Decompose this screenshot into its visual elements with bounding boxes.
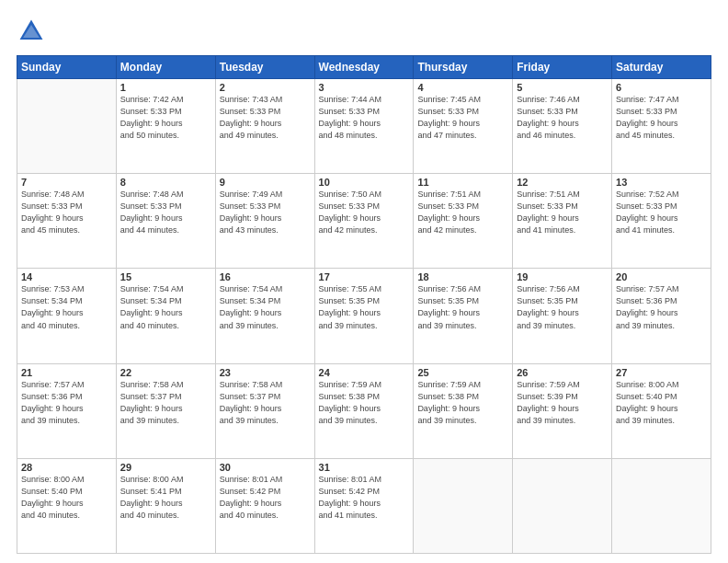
day-info: Sunrise: 7:48 AMSunset: 5:33 PMDaylight:… <box>21 189 112 236</box>
day-cell <box>414 458 513 553</box>
day-cell: 30Sunrise: 8:01 AMSunset: 5:42 PMDayligh… <box>215 458 314 553</box>
page: SundayMondayTuesdayWednesdayThursdayFrid… <box>0 0 728 563</box>
day-cell: 4Sunrise: 7:45 AMSunset: 5:33 PMDaylight… <box>414 79 513 174</box>
day-number: 3 <box>319 82 410 93</box>
day-info: Sunrise: 7:44 AMSunset: 5:33 PMDaylight:… <box>319 94 410 142</box>
day-header-monday: Monday <box>116 56 215 79</box>
day-number: 7 <box>21 177 112 188</box>
day-cell: 22Sunrise: 7:58 AMSunset: 5:37 PMDayligh… <box>116 363 215 458</box>
day-info: Sunrise: 7:59 AMSunset: 5:38 PMDaylight:… <box>319 379 410 427</box>
day-info: Sunrise: 8:01 AMSunset: 5:42 PMDaylight:… <box>220 474 311 522</box>
day-info: Sunrise: 7:45 AMSunset: 5:33 PMDaylight:… <box>417 94 508 142</box>
day-cell: 31Sunrise: 8:01 AMSunset: 5:42 PMDayligh… <box>314 458 414 553</box>
day-number: 8 <box>120 177 211 188</box>
day-number: 28 <box>21 462 112 473</box>
day-info: Sunrise: 7:46 AMSunset: 5:33 PMDaylight:… <box>517 94 608 142</box>
day-number: 30 <box>220 462 311 473</box>
day-cell: 18Sunrise: 7:56 AMSunset: 5:35 PMDayligh… <box>414 269 513 363</box>
day-number: 15 <box>120 271 211 282</box>
week-row-4: 21Sunrise: 7:57 AMSunset: 5:36 PMDayligh… <box>17 363 711 458</box>
week-row-5: 28Sunrise: 8:00 AMSunset: 5:40 PMDayligh… <box>17 458 711 553</box>
day-cell: 9Sunrise: 7:49 AMSunset: 5:33 PMDaylight… <box>215 174 314 269</box>
header <box>17 17 711 46</box>
day-cell: 3Sunrise: 7:44 AMSunset: 5:33 PMDaylight… <box>314 79 414 174</box>
day-number: 16 <box>220 271 311 282</box>
day-cell: 5Sunrise: 7:46 AMSunset: 5:33 PMDaylight… <box>513 79 612 174</box>
day-info: Sunrise: 8:00 AMSunset: 5:41 PMDaylight:… <box>120 474 211 522</box>
day-cell: 24Sunrise: 7:59 AMSunset: 5:38 PMDayligh… <box>314 363 414 458</box>
day-cell: 10Sunrise: 7:50 AMSunset: 5:33 PMDayligh… <box>314 174 414 269</box>
day-number: 25 <box>417 367 508 378</box>
day-number: 14 <box>21 271 112 282</box>
day-info: Sunrise: 8:00 AMSunset: 5:40 PMDaylight:… <box>21 474 112 522</box>
day-number: 18 <box>417 271 508 282</box>
day-cell: 21Sunrise: 7:57 AMSunset: 5:36 PMDayligh… <box>17 363 117 458</box>
day-info: Sunrise: 7:51 AMSunset: 5:33 PMDaylight:… <box>517 189 608 236</box>
day-number: 5 <box>517 82 608 93</box>
day-number: 17 <box>319 271 410 282</box>
day-cell: 13Sunrise: 7:52 AMSunset: 5:33 PMDayligh… <box>612 174 711 269</box>
day-number: 13 <box>616 177 707 188</box>
day-info: Sunrise: 7:54 AMSunset: 5:34 PMDaylight:… <box>120 283 211 331</box>
day-number: 12 <box>517 177 608 188</box>
day-info: Sunrise: 7:59 AMSunset: 5:38 PMDaylight:… <box>417 379 508 427</box>
day-info: Sunrise: 7:43 AMSunset: 5:33 PMDaylight:… <box>220 94 311 142</box>
day-number: 19 <box>517 271 608 282</box>
day-cell: 6Sunrise: 7:47 AMSunset: 5:33 PMDaylight… <box>612 79 711 174</box>
day-cell: 20Sunrise: 7:57 AMSunset: 5:36 PMDayligh… <box>612 269 711 363</box>
day-info: Sunrise: 7:50 AMSunset: 5:33 PMDaylight:… <box>319 189 410 236</box>
day-info: Sunrise: 7:51 AMSunset: 5:33 PMDaylight:… <box>417 189 508 236</box>
day-number: 6 <box>616 82 707 93</box>
day-number: 31 <box>319 462 410 473</box>
logo <box>17 17 50 46</box>
day-number: 26 <box>517 367 608 378</box>
day-header-wednesday: Wednesday <box>314 56 414 79</box>
day-cell <box>612 458 711 553</box>
day-info: Sunrise: 7:56 AMSunset: 5:35 PMDaylight:… <box>417 283 508 331</box>
week-row-3: 14Sunrise: 7:53 AMSunset: 5:34 PMDayligh… <box>17 269 711 363</box>
day-number: 21 <box>21 367 112 378</box>
day-cell: 2Sunrise: 7:43 AMSunset: 5:33 PMDaylight… <box>215 79 314 174</box>
day-number: 9 <box>220 177 311 188</box>
week-row-1: 1Sunrise: 7:42 AMSunset: 5:33 PMDaylight… <box>17 79 711 174</box>
day-number: 24 <box>319 367 410 378</box>
day-number: 11 <box>417 177 508 188</box>
day-header-sunday: Sunday <box>17 56 117 79</box>
day-info: Sunrise: 7:47 AMSunset: 5:33 PMDaylight:… <box>616 94 707 142</box>
day-cell <box>17 79 117 174</box>
day-number: 23 <box>220 367 311 378</box>
day-cell: 12Sunrise: 7:51 AMSunset: 5:33 PMDayligh… <box>513 174 612 269</box>
day-cell: 25Sunrise: 7:59 AMSunset: 5:38 PMDayligh… <box>414 363 513 458</box>
day-cell: 28Sunrise: 8:00 AMSunset: 5:40 PMDayligh… <box>17 458 117 553</box>
day-info: Sunrise: 7:54 AMSunset: 5:34 PMDaylight:… <box>220 283 311 331</box>
day-info: Sunrise: 7:49 AMSunset: 5:33 PMDaylight:… <box>220 189 311 236</box>
header-row: SundayMondayTuesdayWednesdayThursdayFrid… <box>17 56 711 79</box>
day-number: 27 <box>616 367 707 378</box>
day-number: 22 <box>120 367 211 378</box>
day-cell: 15Sunrise: 7:54 AMSunset: 5:34 PMDayligh… <box>116 269 215 363</box>
day-cell: 26Sunrise: 7:59 AMSunset: 5:39 PMDayligh… <box>513 363 612 458</box>
day-cell: 29Sunrise: 8:00 AMSunset: 5:41 PMDayligh… <box>116 458 215 553</box>
day-number: 29 <box>120 462 211 473</box>
day-number: 20 <box>616 271 707 282</box>
logo-icon <box>17 17 46 46</box>
day-cell: 16Sunrise: 7:54 AMSunset: 5:34 PMDayligh… <box>215 269 314 363</box>
day-info: Sunrise: 7:57 AMSunset: 5:36 PMDaylight:… <box>616 283 707 331</box>
day-info: Sunrise: 8:01 AMSunset: 5:42 PMDaylight:… <box>319 474 410 522</box>
day-info: Sunrise: 8:00 AMSunset: 5:40 PMDaylight:… <box>616 379 707 427</box>
day-number: 10 <box>319 177 410 188</box>
day-cell: 7Sunrise: 7:48 AMSunset: 5:33 PMDaylight… <box>17 174 117 269</box>
day-cell: 14Sunrise: 7:53 AMSunset: 5:34 PMDayligh… <box>17 269 117 363</box>
day-info: Sunrise: 7:42 AMSunset: 5:33 PMDaylight:… <box>120 94 211 142</box>
day-info: Sunrise: 7:59 AMSunset: 5:39 PMDaylight:… <box>517 379 608 427</box>
calendar-table: SundayMondayTuesdayWednesdayThursdayFrid… <box>17 55 711 554</box>
day-info: Sunrise: 7:48 AMSunset: 5:33 PMDaylight:… <box>120 189 211 236</box>
day-header-thursday: Thursday <box>414 56 513 79</box>
day-info: Sunrise: 7:57 AMSunset: 5:36 PMDaylight:… <box>21 379 112 427</box>
day-cell: 19Sunrise: 7:56 AMSunset: 5:35 PMDayligh… <box>513 269 612 363</box>
day-header-friday: Friday <box>513 56 612 79</box>
day-header-tuesday: Tuesday <box>215 56 314 79</box>
day-number: 2 <box>220 82 311 93</box>
day-info: Sunrise: 7:56 AMSunset: 5:35 PMDaylight:… <box>517 283 608 331</box>
day-info: Sunrise: 7:52 AMSunset: 5:33 PMDaylight:… <box>616 189 707 236</box>
